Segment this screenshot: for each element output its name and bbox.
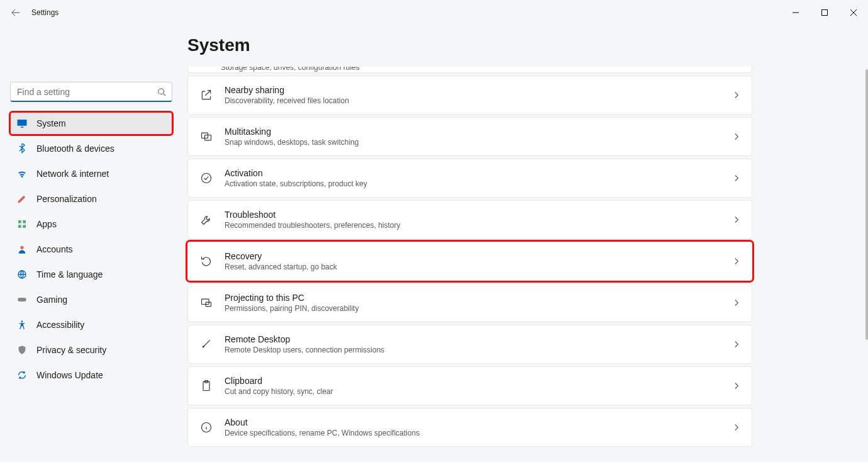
app-title: Settings bbox=[31, 8, 58, 17]
svg-rect-1 bbox=[822, 10, 828, 16]
share-icon bbox=[199, 88, 213, 102]
card-sub: Storage space, drives, configuration rul… bbox=[221, 67, 360, 72]
svg-point-18 bbox=[202, 174, 211, 183]
check-circle-icon bbox=[199, 171, 213, 185]
sidebar-item-apps[interactable]: Apps bbox=[10, 213, 172, 235]
apps-icon bbox=[16, 218, 28, 230]
multitasking-icon bbox=[199, 130, 213, 144]
svg-rect-9 bbox=[23, 220, 26, 223]
card-clipboard[interactable]: Clipboard Cut and copy history, sync, cl… bbox=[187, 366, 752, 405]
sidebar-item-accessibility[interactable]: Accessibility bbox=[10, 313, 172, 336]
search-input[interactable] bbox=[10, 82, 172, 102]
chevron-right-icon bbox=[733, 133, 740, 140]
back-button[interactable] bbox=[11, 8, 20, 17]
card-title: Remote Desktop bbox=[225, 334, 384, 344]
card-projecting[interactable]: Projecting to this PC Permissions, pairi… bbox=[187, 283, 752, 322]
globe-icon bbox=[16, 269, 28, 280]
sidebar-item-time-language[interactable]: Time & language bbox=[10, 263, 172, 286]
card-title: Clipboard bbox=[225, 376, 333, 386]
card-activation[interactable]: Activation Activation state, subscriptio… bbox=[187, 159, 752, 198]
card-title: About bbox=[225, 417, 420, 427]
card-sub: Cut and copy history, sync, clear bbox=[225, 387, 333, 396]
card-title: Activation bbox=[225, 168, 367, 178]
chevron-right-icon bbox=[733, 424, 740, 431]
main-content: System Storage space, drives, configurat… bbox=[182, 25, 868, 447]
svg-rect-10 bbox=[18, 225, 21, 228]
card-sub: Activation state, subscriptions, product… bbox=[225, 179, 367, 188]
search-wrap bbox=[10, 82, 172, 102]
clipboard-icon bbox=[199, 379, 213, 393]
card-multitasking[interactable]: Multitasking Snap windows, desktops, tas… bbox=[187, 117, 752, 156]
info-icon bbox=[199, 420, 213, 434]
sidebar-item-label: Apps bbox=[36, 219, 57, 229]
sidebar-item-label: Personalization bbox=[36, 194, 97, 204]
card-nearby-sharing[interactable]: Nearby sharing Discoverability, received… bbox=[187, 76, 752, 115]
sidebar-item-personalization[interactable]: Personalization bbox=[10, 188, 172, 210]
sidebar-item-accounts[interactable]: Accounts bbox=[10, 238, 172, 261]
nav-list: System Bluetooth & devices Network & int… bbox=[10, 112, 172, 386]
person-icon bbox=[16, 244, 28, 255]
accessibility-icon bbox=[16, 319, 28, 330]
scrollbar-thumb[interactable] bbox=[865, 69, 868, 340]
svg-rect-14 bbox=[18, 298, 26, 301]
svg-point-12 bbox=[20, 246, 23, 249]
sidebar-item-label: Accounts bbox=[36, 244, 73, 254]
maximize-button[interactable] bbox=[810, 0, 839, 25]
close-button[interactable] bbox=[839, 0, 868, 25]
card-sub: Permissions, pairing PIN, discoverabilit… bbox=[225, 304, 359, 313]
paintbrush-icon bbox=[16, 193, 28, 205]
svg-point-15 bbox=[21, 320, 23, 322]
card-troubleshoot[interactable]: Troubleshoot Recommended troubleshooters… bbox=[187, 200, 752, 239]
recovery-icon bbox=[199, 254, 213, 268]
card-sub: Snap windows, desktops, task switching bbox=[225, 138, 359, 147]
card-sub: Recommended troubleshooters, preferences… bbox=[225, 221, 400, 230]
card-about[interactable]: About Device specifications, rename PC, … bbox=[187, 408, 752, 447]
titlebar: Settings bbox=[0, 0, 868, 25]
sidebar-item-network[interactable]: Network & internet bbox=[10, 162, 172, 185]
svg-rect-8 bbox=[18, 220, 21, 223]
svg-line-5 bbox=[164, 94, 166, 96]
sidebar-item-gaming[interactable]: Gaming bbox=[10, 288, 172, 311]
card-remote-desktop[interactable]: Remote Desktop Remote Desktop users, con… bbox=[187, 325, 752, 364]
sidebar-item-system[interactable]: System bbox=[10, 112, 172, 135]
minimize-button[interactable] bbox=[781, 0, 810, 25]
svg-rect-7 bbox=[21, 127, 24, 128]
card-title: Multitasking bbox=[225, 127, 359, 137]
chevron-right-icon bbox=[733, 91, 740, 99]
shield-icon bbox=[16, 344, 28, 356]
card-title: Troubleshoot bbox=[225, 210, 400, 220]
card-title: Nearby sharing bbox=[225, 85, 349, 95]
update-icon bbox=[16, 369, 28, 381]
sidebar: System Bluetooth & devices Network & int… bbox=[0, 25, 182, 447]
sidebar-item-privacy[interactable]: Privacy & security bbox=[10, 339, 172, 361]
sidebar-item-label: Privacy & security bbox=[36, 345, 106, 355]
scrollbar[interactable] bbox=[865, 0, 868, 459]
chevron-right-icon bbox=[733, 299, 740, 307]
card-sub: Reset, advanced startup, go back bbox=[225, 262, 337, 271]
window-controls bbox=[781, 0, 868, 25]
card-sub: Device specifications, rename PC, Window… bbox=[225, 429, 420, 437]
sidebar-item-windows-update[interactable]: Windows Update bbox=[10, 364, 172, 386]
settings-list: Storage space, drives, configuration rul… bbox=[187, 67, 752, 447]
wrench-icon bbox=[199, 213, 213, 227]
chevron-right-icon bbox=[733, 174, 740, 182]
sidebar-item-label: System bbox=[36, 118, 66, 128]
sidebar-item-label: Bluetooth & devices bbox=[36, 144, 114, 154]
monitor-icon bbox=[16, 118, 28, 129]
card-recovery[interactable]: Recovery Reset, advanced startup, go bac… bbox=[187, 242, 752, 281]
svg-rect-11 bbox=[23, 225, 26, 228]
sidebar-item-label: Accessibility bbox=[36, 320, 84, 330]
svg-point-4 bbox=[159, 89, 164, 94]
remote-desktop-icon bbox=[199, 337, 213, 351]
wifi-icon bbox=[16, 168, 28, 179]
search-icon bbox=[157, 87, 166, 96]
card-sub: Discoverability, received files location bbox=[225, 96, 349, 105]
sidebar-item-label: Gaming bbox=[36, 295, 67, 305]
card-title: Projecting to this PC bbox=[225, 293, 359, 303]
sidebar-item-label: Windows Update bbox=[36, 370, 103, 380]
chevron-right-icon bbox=[733, 341, 740, 348]
sidebar-item-bluetooth[interactable]: Bluetooth & devices bbox=[10, 137, 172, 160]
svg-rect-19 bbox=[202, 299, 209, 304]
card-storage-partial[interactable]: Storage space, drives, configuration rul… bbox=[187, 67, 752, 73]
page-title: System bbox=[187, 35, 849, 55]
